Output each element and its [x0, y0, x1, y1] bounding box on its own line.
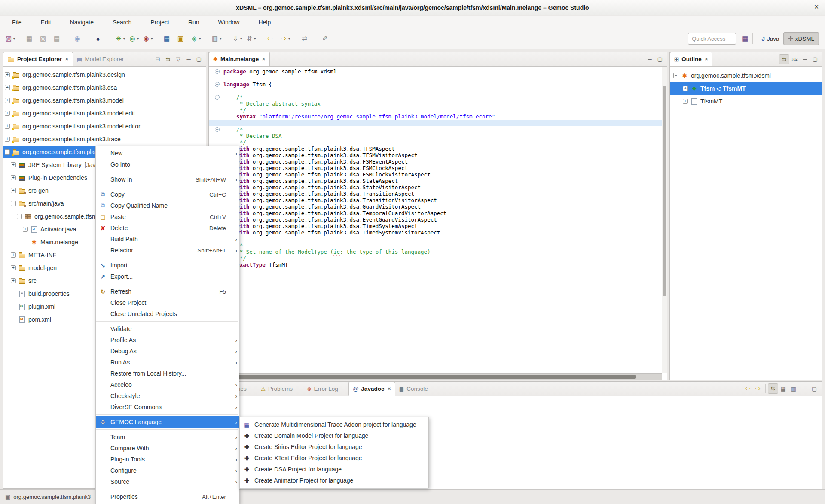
menu-bar-item[interactable]: File	[3, 17, 31, 27]
fold-marker-icon[interactable]: –	[215, 127, 221, 132]
close-icon[interactable]: ✕	[262, 57, 265, 61]
annotations-icon[interactable]: ⇩ ▾	[230, 33, 243, 45]
fold-marker-icon[interactable]: –	[215, 69, 221, 74]
menu-item-show-in[interactable]: Show In Shift+Alt+W ›	[96, 174, 239, 185]
expander-icon[interactable]: +	[683, 99, 688, 104]
chevron-down-icon[interactable]: ▾	[288, 37, 290, 41]
tree-item[interactable]: + org.gemoc.sample.tfsm.plaink3.design	[3, 68, 206, 81]
menu-item-validate[interactable]: Validate ›	[96, 323, 239, 334]
debug-icon[interactable]: ◉ ▾	[141, 33, 154, 45]
menu-item-new[interactable]: New ›	[96, 148, 239, 159]
menu-item-debug-as[interactable]: Debug As ›	[96, 346, 239, 357]
key-icon[interactable]: ◉ ▾	[72, 33, 85, 45]
menu-item-copy[interactable]: ⧉ Copy Ctrl+C ›	[96, 189, 239, 200]
menu-item-diverse-commons[interactable]: DiverSE Commons ›	[96, 401, 239, 413]
link-with-editor-icon[interactable]: ⇆	[163, 56, 173, 62]
collapse-all-icon[interactable]: ⊟	[153, 56, 163, 62]
context-menu-item[interactable]: ›	[96, 489, 238, 489]
submenu-item-sirius-editor[interactable]: ✚ Create Sirius Editor Project for langu…	[240, 441, 428, 452]
fold-marker-icon[interactable]: –	[215, 82, 221, 87]
chevron-down-icon[interactable]: ▾	[123, 37, 125, 41]
maximize-icon[interactable]: ▢	[655, 56, 665, 62]
save-all-icon[interactable]: ▧ ▾	[38, 33, 51, 45]
menu-bar-item[interactable]: Navigate	[61, 17, 103, 27]
expander-icon[interactable]: +	[11, 265, 16, 270]
expander-icon[interactable]: +	[5, 98, 10, 103]
horizontal-scrollbar[interactable]	[209, 373, 662, 380]
context-menu-item[interactable]: ›	[96, 414, 238, 415]
quick-access-input[interactable]	[688, 33, 736, 45]
menu-item-import[interactable]: ↘ Import... ›	[96, 260, 239, 271]
new-java-icon[interactable]: ◈ ▾	[189, 33, 202, 45]
expander-icon[interactable]: +	[11, 175, 16, 180]
menu-item-profile-as[interactable]: Profile As ›	[96, 334, 239, 346]
menu-item-close-unrelated[interactable]: Close Unrelated Projects ›	[96, 308, 239, 319]
close-icon[interactable]: ✕	[814, 3, 819, 10]
tab-project-explorer[interactable]: Project Explorer ✕	[3, 52, 73, 66]
back-icon[interactable]: ⇦ ▾	[265, 33, 278, 45]
scrollbar-thumb[interactable]	[210, 375, 636, 379]
perspective-java-button[interactable]: J Java	[757, 32, 783, 45]
tree-item[interactable]: + org.gemoc.sample.tfsm.plaink3.trace	[3, 133, 206, 146]
coverage-icon[interactable]: ▦ ▾	[162, 33, 174, 45]
outline-item-tfsm[interactable]: + ❖ Tfsm ◁ TfsmMT	[670, 82, 822, 95]
context-menu-item[interactable]: ›	[96, 321, 238, 322]
scrollbar-thumb[interactable]	[663, 86, 666, 296]
menu-item-source[interactable]: Source ›	[96, 476, 239, 487]
menu-item-export[interactable]: ↗ Export... ›	[96, 271, 239, 282]
minimize-icon[interactable]: ─	[183, 56, 194, 62]
chevron-down-icon[interactable]: ▾	[151, 37, 153, 41]
menu-item-properties[interactable]: Properties Alt+Enter ›	[96, 491, 239, 502]
menu-item-delete[interactable]: ✘ Delete Delete ›	[96, 222, 239, 234]
expander-icon[interactable]: −	[17, 214, 22, 219]
submenu-item-animator[interactable]: ✚ Create Animator Project for language	[240, 475, 428, 486]
minimize-icon[interactable]: ─	[800, 56, 810, 62]
menu-item-copy-qualified-name[interactable]: ⧉ Copy Qualified Name ›	[96, 200, 239, 211]
menu-item-restore-history[interactable]: Restore from Local History... ›	[96, 368, 239, 379]
expander-icon[interactable]: +	[11, 252, 16, 258]
expander-icon[interactable]: +	[5, 111, 10, 116]
forward-icon[interactable]: ⇨	[753, 385, 763, 392]
save-icon[interactable]: ▦ ▾	[24, 33, 37, 45]
tree-item[interactable]: + org.gemoc.sample.tfsm.plaink3.model.ed…	[3, 120, 206, 133]
context-menu-item[interactable]: ›	[96, 258, 238, 258]
maximize-icon[interactable]: ▢	[194, 56, 204, 62]
menu-item-gemoc-language[interactable]: ✣ GEMOC Language ›	[96, 416, 239, 428]
bottom-tab[interactable]: ▤ Console ✕	[395, 382, 438, 396]
print-icon[interactable]: ▤ ▾	[52, 33, 64, 45]
menu-item-refactor[interactable]: Refactor Shift+Alt+T ›	[96, 245, 239, 256]
last-edit-icon[interactable]: ⇄ ▾	[299, 33, 312, 45]
menu-item-close-project[interactable]: Close Project ›	[96, 297, 239, 308]
chevron-down-icon[interactable]: ▾	[220, 37, 221, 41]
chevron-down-icon[interactable]: ▾	[199, 37, 201, 41]
fold-marker-icon[interactable]: –	[215, 95, 221, 100]
submenu-item-xtext-editor[interactable]: ✚ Create XText Editor Project for langua…	[240, 452, 428, 464]
chevron-down-icon[interactable]: ▾	[137, 37, 139, 41]
expander-icon[interactable]: +	[5, 85, 10, 90]
menu-item-configure[interactable]: Configure ›	[96, 465, 239, 476]
chevron-down-icon[interactable]: ▾	[13, 37, 15, 41]
expander-icon[interactable]: +	[5, 124, 10, 129]
menu-item-refresh[interactable]: ↻ Refresh F5 ›	[96, 286, 239, 297]
view-menu-icon[interactable]: ▽	[173, 56, 183, 62]
submenu-item-dsa[interactable]: ✚ Create DSA Project for language	[240, 464, 428, 475]
menu-item-acceleo[interactable]: Acceleo ›	[96, 379, 239, 390]
menu-item-team[interactable]: Team ›	[96, 431, 239, 443]
close-icon[interactable]: ✕	[387, 386, 391, 391]
code-editor[interactable]: – package org.gemoc.sample.tfsm.xdsml – …	[209, 67, 662, 373]
minimize-icon[interactable]: ─	[645, 56, 655, 62]
bottom-tab[interactable]: ⊗ Error Log ✕	[303, 382, 348, 396]
submenu-item-domain-model[interactable]: ✚ Create Domain Model Project for langua…	[240, 430, 428, 441]
expander-icon[interactable]: −	[5, 149, 10, 155]
menu-item-go-into[interactable]: Go Into ›	[96, 159, 239, 170]
menu-item-build-path[interactable]: Build Path ›	[96, 234, 239, 245]
minimize-icon[interactable]: ─	[799, 386, 809, 392]
context-menu-item[interactable]: ›	[96, 429, 238, 430]
menu-bar-item[interactable]: Edit	[31, 17, 61, 27]
run-icon[interactable]: ◎ ▾	[127, 33, 140, 45]
new-wizard-icon[interactable]: ▨ ▾	[3, 33, 16, 45]
close-icon[interactable]: ✕	[705, 57, 708, 61]
outline-item-tfsmmt[interactable]: + TfsmMT	[670, 95, 822, 108]
tab-model-explorer[interactable]: ▤ Model Explorer	[73, 52, 128, 66]
external-tools-icon[interactable]: ✳ ▾	[113, 33, 126, 45]
